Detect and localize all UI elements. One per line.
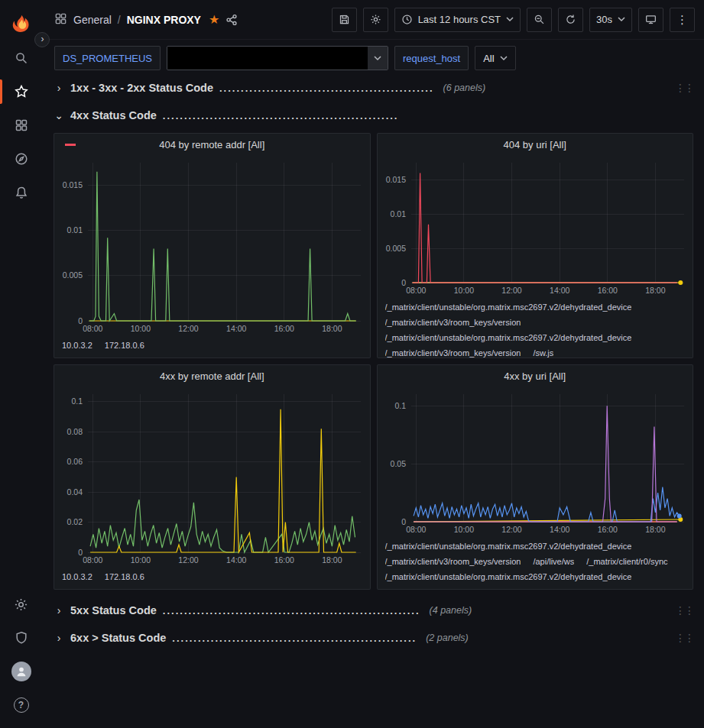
svg-text:0.01: 0.01 [67, 225, 83, 235]
panel-404-by-uri: 404 by uri [All] 08:0010:0012:0014:0016:… [377, 133, 694, 358]
sidebar-item-help[interactable]: ? [0, 688, 42, 722]
legend-label: 172.18.0.6 [105, 569, 144, 584]
grafana-flame-icon [11, 14, 31, 34]
chart-404-by-remote-addr[interactable]: 08:0010:0012:0014:0016:0018:0000.0050.01… [54, 155, 370, 336]
legend-item[interactable]: 172.18.0.6 [105, 338, 144, 353]
datasource-variable-value [167, 47, 368, 70]
legend-item[interactable]: /_matrix/client/unstable/org.matrix.msc2… [385, 330, 632, 345]
kebab-icon: ⋮ [676, 13, 688, 27]
legend-item[interactable]: /_matrix/client/unstable/org.matrix.msc2… [385, 539, 632, 554]
svg-text:08:00: 08:00 [83, 555, 102, 565]
sidebar-item-dashboards[interactable] [0, 108, 42, 142]
row-title-dots: ........................................… [219, 83, 434, 94]
row-6xx[interactable]: › 6xx > Status Code ....................… [54, 628, 693, 648]
row-panel-count: (2 panels) [426, 633, 469, 643]
legend-item[interactable]: /_matrix/client/unstable/org.matrix.msc2… [385, 299, 632, 315]
chart-4xx-by-remote-addr[interactable]: 08:0010:0012:0014:0016:0018:0000.020.040… [54, 387, 370, 568]
legend-item[interactable]: /_matrix/client/v3/room_keys/version [385, 554, 521, 569]
row-drag-handle[interactable]: ⋮⋮ [675, 632, 693, 644]
panel-title[interactable]: 404 by uri [All] [378, 134, 693, 155]
svg-text:12:00: 12:00 [178, 555, 198, 565]
chevron-down-icon [368, 47, 388, 70]
legend-item[interactable]: /api/live/ws [533, 554, 574, 569]
legend-item[interactable]: /sw.js [533, 345, 553, 358]
tv-mode-button[interactable] [638, 8, 663, 32]
sidebar-item-server-admin[interactable] [0, 621, 42, 655]
legend-label: /_matrix/client/v3/room_keys/version [385, 315, 521, 330]
request-host-variable-select[interactable]: All [475, 46, 515, 70]
legend-item[interactable]: /_matrix/client/r0/sync [586, 554, 667, 569]
panel-title[interactable]: 4xx by remote addr [All] [54, 365, 370, 387]
legend-item[interactable]: 172.18.0.6 [105, 569, 144, 584]
chart-404-by-uri[interactable]: 08:0010:0012:0014:0016:0018:0000.0050.01… [378, 155, 693, 298]
row-5xx[interactable]: › 5xx Status Code ......................… [54, 600, 693, 620]
dashboard-title[interactable]: NGINX PROXY [127, 14, 201, 26]
sidebar-item-starred[interactable] [0, 75, 42, 108]
refresh-button[interactable] [558, 8, 583, 32]
svg-text:10:00: 10:00 [453, 525, 473, 534]
sidebar-item-explore[interactable] [0, 142, 42, 176]
svg-text:14:00: 14:00 [226, 324, 246, 333]
svg-text:16:00: 16:00 [597, 525, 617, 534]
legend-item[interactable]: /_matrix/client/unstable/org.matrix.msc2… [385, 569, 632, 584]
save-icon [339, 14, 350, 25]
sidebar-item-search[interactable] [0, 41, 42, 75]
svg-text:18:00: 18:00 [322, 555, 342, 565]
avatar [11, 662, 31, 681]
legend-label: 10.0.3.2 [62, 569, 92, 584]
datasource-variable-select[interactable] [167, 46, 388, 70]
svg-text:0.01: 0.01 [390, 209, 406, 218]
legend-item[interactable]: /_matrix/client/v3/room_keys/version [385, 315, 521, 330]
row-panel-count: (6 panels) [443, 83, 486, 93]
svg-text:10:00: 10:00 [131, 324, 151, 333]
chart-4xx-by-uri[interactable]: 08:0010:0012:0014:0016:0018:0000.050.1 [378, 387, 693, 537]
help-icon: ? [14, 697, 29, 713]
legend-label: /_matrix/client/unstable/org.matrix.msc2… [385, 330, 632, 345]
sidebar-item-alerting[interactable] [0, 176, 42, 209]
svg-text:0.02: 0.02 [67, 517, 83, 526]
datasource-variable-label[interactable]: DS_PROMETHEUS [54, 46, 161, 70]
sidebar-expand-button[interactable]: › [34, 32, 50, 47]
apps-icon [54, 12, 67, 28]
svg-text:08:00: 08:00 [406, 286, 426, 295]
legend-label: /_matrix/client/v3/room_keys/version [385, 554, 521, 569]
svg-text:0.04: 0.04 [67, 487, 83, 497]
svg-text:10:00: 10:00 [131, 555, 151, 565]
time-range-picker[interactable]: Last 12 hours CST [394, 8, 521, 32]
row-drag-handle[interactable]: ⋮⋮ [675, 82, 693, 94]
breadcrumb-section[interactable]: General [73, 14, 112, 26]
chevron-down-icon [500, 56, 508, 61]
request-host-variable-label[interactable]: request_host [394, 46, 469, 70]
save-dashboard-button[interactable] [332, 8, 357, 32]
row-4xx[interactable]: ⌄ 4xx Status Code ......................… [54, 105, 693, 125]
legend-label: /_matrix/client/unstable/org.matrix.msc2… [385, 299, 632, 315]
svg-text:12:00: 12:00 [501, 286, 521, 295]
row-1xx-3xx-2xx[interactable]: › 1xx - 3xx - 2xx Status Code ..........… [54, 78, 693, 98]
dashboard-settings-button[interactable] [363, 8, 388, 32]
top-navbar: General / NGINX PROXY ★ [42, 0, 704, 40]
sidebar-item-profile[interactable] [0, 655, 42, 688]
row-title: 5xx Status Code [70, 604, 157, 616]
more-options-button[interactable]: ⋮ [670, 8, 695, 32]
row-title: 1xx - 3xx - 2xx Status Code [70, 82, 213, 94]
request-host-variable-value: All [483, 53, 494, 64]
panel-title[interactable]: 404 by remote addr [All] [54, 134, 370, 155]
share-icon[interactable] [225, 14, 238, 26]
panel-title[interactable]: 4xx by uri [All] [378, 365, 693, 387]
legend-item[interactable]: 10.0.3.2 [62, 338, 92, 353]
row-title: 6xx > Status Code [70, 632, 166, 644]
svg-text:0.015: 0.015 [63, 180, 83, 189]
row-title: 4xx Status Code [70, 109, 157, 121]
refresh-interval-picker[interactable]: 30s [589, 8, 632, 32]
panel-4xx-by-remote-addr: 4xx by remote addr [All] 08:0010:0012:00… [54, 364, 371, 590]
sidebar-item-configuration[interactable] [0, 587, 42, 621]
legend-item[interactable]: /_matrix/client/v3/room_keys/version [385, 345, 521, 358]
row-collapse-icon: › [54, 604, 64, 616]
favorite-star-icon[interactable]: ★ [209, 12, 219, 27]
svg-text:0.005: 0.005 [63, 270, 83, 280]
svg-text:18:00: 18:00 [645, 525, 665, 534]
row-drag-handle[interactable]: ⋮⋮ [675, 604, 693, 616]
zoom-out-button[interactable] [527, 8, 552, 32]
svg-text:0.005: 0.005 [385, 244, 405, 253]
legend-item[interactable]: 10.0.3.2 [62, 569, 92, 584]
